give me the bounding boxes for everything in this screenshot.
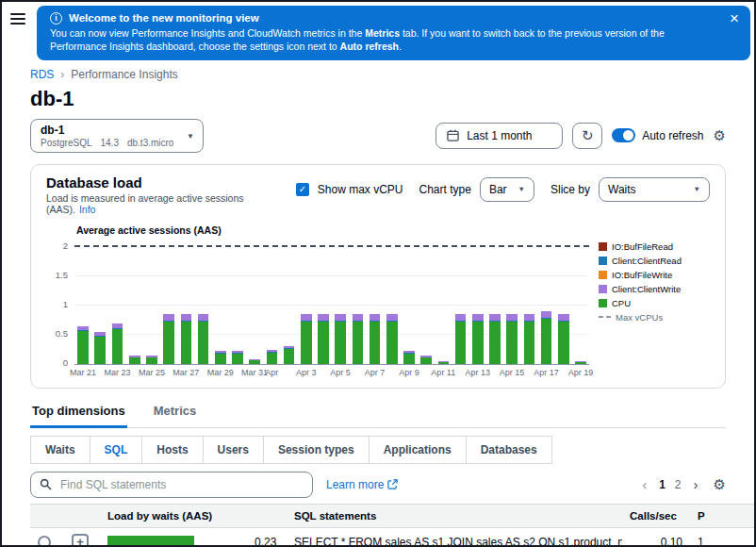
dimension-tab-users[interactable]: Users (203, 436, 264, 464)
refresh-icon: ↻ (582, 127, 594, 144)
panel-title: Database load (46, 174, 296, 191)
header-controls: db-1 PostgreSQL 14.3 db.t3.micro ▼ La (30, 119, 726, 153)
chevron-down-icon: ▼ (694, 185, 700, 193)
legend-item-io-buffilewrite: IO:BufFileWrite (599, 270, 710, 280)
bar-apr-5[interactable] (332, 241, 349, 364)
refresh-button[interactable]: ↻ (572, 123, 602, 149)
bar-apr-19[interactable] (572, 241, 589, 364)
bar-apr-17[interactable] (537, 241, 554, 364)
bar-mar-28[interactable] (194, 241, 211, 364)
bar-apr-9[interactable] (401, 241, 418, 364)
close-icon[interactable]: × (730, 10, 739, 26)
x-tick-label: Apr 5 (330, 368, 351, 377)
bar-apr-18[interactable] (555, 241, 572, 364)
main-tabs: Top dimensionsMetrics (30, 400, 726, 428)
breadcrumb-rds[interactable]: RDS (30, 68, 54, 81)
bar-mar-25[interactable] (143, 241, 160, 364)
bar-apr-12[interactable] (452, 241, 468, 364)
y-tick-label: 0.5 (56, 328, 68, 339)
auto-refresh-label: Auto refresh (642, 129, 703, 142)
settings-gear-icon[interactable]: ⚙ (714, 127, 726, 144)
table-settings-gear-icon[interactable]: ⚙ (714, 476, 726, 493)
x-tick-label: Apr 17 (534, 368, 559, 377)
table-row[interactable]: +0.23SELECT * FROM sales AS s1 JOIN sale… (30, 527, 756, 547)
app-window: i Welcome to the new monitoring view You… (0, 0, 756, 547)
prev-page-icon[interactable]: ‹ (638, 476, 650, 492)
search-input[interactable] (58, 477, 304, 492)
legend-label: CPU (612, 298, 631, 308)
legend-swatch-icon (599, 257, 607, 265)
dimension-tab-hosts[interactable]: Hosts (141, 436, 203, 464)
chart-type-value: Bar (489, 183, 507, 196)
column-header-expand (64, 504, 100, 527)
page-2[interactable]: 2 (670, 476, 686, 493)
tab-metrics[interactable]: Metrics (152, 400, 199, 428)
dimension-tab-applications[interactable]: Applications (369, 436, 467, 464)
pagination: 12 (654, 478, 685, 491)
legend-item-client-clientread: Client:ClientRead (599, 256, 710, 266)
info-link[interactable]: Info (79, 204, 96, 215)
slice-by-select[interactable]: Waits ▼ (599, 177, 710, 202)
slice-by-label: Slice by (551, 183, 590, 196)
chart-type-select[interactable]: Bar ▼ (480, 177, 534, 202)
dimension-tab-session-types[interactable]: Session types (263, 436, 370, 464)
database-load-panel: Database load Load is measured in averag… (30, 164, 726, 389)
dimension-tab-sql[interactable]: SQL (90, 436, 143, 464)
bar-apr-2[interactable] (280, 241, 297, 364)
page-1[interactable]: 1 (654, 476, 670, 493)
bar-mar-29[interactable] (212, 241, 229, 364)
search-icon (40, 478, 52, 490)
dimension-tab-waits[interactable]: Waits (30, 436, 90, 464)
bar-mar-24[interactable] (126, 241, 143, 364)
legend-item-client-clientwrite: Client:ClientWrite (599, 284, 710, 294)
x-tick-label: Apr (265, 368, 278, 377)
x-tick-label: Apr 11 (431, 368, 455, 377)
top-bar: i Welcome to the new monitoring view You… (2, 2, 754, 60)
time-range-value: Last 1 month (467, 129, 532, 142)
bar-apr-11[interactable] (435, 241, 452, 364)
main-content: RDS›Performance Insights db-1 db-1 Postg… (2, 68, 754, 547)
bar-mar-22[interactable] (91, 241, 108, 364)
column-header-sql-statements: SQL statements (287, 504, 622, 527)
bar-apr-3[interactable] (298, 241, 315, 364)
bar-mar-27[interactable] (177, 241, 194, 364)
learn-more-link[interactable]: Learn more (326, 478, 398, 491)
legend-item-io-buffileread: IO:BufFileRead (599, 241, 710, 252)
dimension-tabs: WaitsSQLHostsUsersSession typesApplicati… (30, 436, 726, 464)
bar-mar-21[interactable] (74, 241, 91, 364)
truncated-cell: 1 (690, 527, 756, 547)
breadcrumb-separator: › (60, 68, 64, 81)
page-title: db-1 (30, 87, 726, 111)
bar-apr-15[interactable] (503, 241, 520, 364)
instance-selector[interactable]: db-1 PostgreSQL 14.3 db.t3.micro ▼ (30, 119, 204, 153)
legend-swatch-icon (599, 271, 607, 279)
bar-apr-1[interactable] (263, 241, 280, 364)
expand-row-button[interactable]: + (72, 534, 89, 547)
bar-apr-4[interactable] (315, 241, 332, 364)
bar-apr-7[interactable] (366, 241, 383, 364)
show-max-vcpu-checkbox[interactable]: ✓ (296, 183, 309, 196)
bar-mar-26[interactable] (160, 241, 177, 364)
bar-apr-14[interactable] (486, 241, 503, 364)
auto-refresh-toggle[interactable] (612, 128, 635, 142)
time-range-picker[interactable]: Last 1 month (436, 123, 563, 149)
banner-body: You can now view Performance Insights an… (50, 27, 718, 54)
x-tick-label: Apr 9 (399, 368, 419, 377)
sql-statement: SELECT * FROM sales AS s1 JOIN sales AS … (287, 527, 622, 547)
bar-mar-31[interactable] (246, 241, 263, 364)
bar-apr-8[interactable] (384, 241, 401, 364)
bar-apr-16[interactable] (520, 241, 537, 364)
bar-apr-10[interactable] (418, 241, 435, 364)
bar-apr-6[interactable] (349, 241, 366, 364)
next-page-icon[interactable]: › (690, 476, 702, 492)
sql-search-box[interactable] (30, 472, 313, 498)
tab-top-dimensions[interactable]: Top dimensions (30, 400, 127, 428)
bar-mar-23[interactable] (108, 241, 125, 364)
bar-apr-13[interactable] (469, 241, 486, 364)
legend-label: Max vCPUs (616, 312, 663, 323)
dimension-tab-databases[interactable]: Databases (466, 436, 552, 464)
max-vcpus-dash-icon (599, 316, 611, 318)
hamburger-menu-icon[interactable] (2, 6, 37, 60)
row-radio[interactable] (38, 536, 51, 547)
bar-mar-30[interactable] (229, 241, 246, 364)
